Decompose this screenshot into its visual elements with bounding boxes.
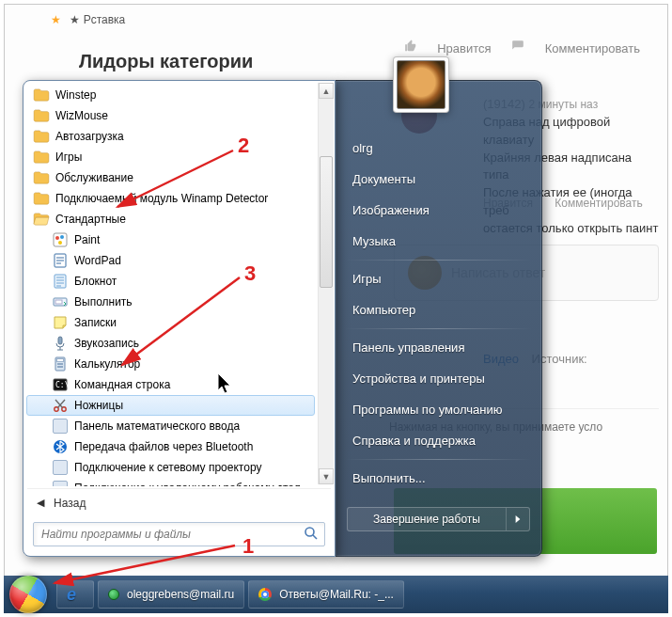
program-folder-label: Игры xyxy=(55,150,82,164)
taskbar-app-label: Ответы@Mail.Ru: -_... xyxy=(279,588,394,601)
sr-control-panel[interactable]: Панель управления xyxy=(336,332,541,363)
program-folder[interactable]: Игры xyxy=(23,147,318,167)
shutdown-label[interactable]: Завершение работы xyxy=(348,508,507,530)
sr-default-programs[interactable]: Программы по умолчанию xyxy=(336,394,541,425)
folder-icon xyxy=(33,128,50,145)
program-item-snipping-tool[interactable]: Ножницы xyxy=(26,395,315,416)
shutdown-menu-arrow[interactable] xyxy=(507,508,529,530)
program-item-label: Передача файлов через Bluetooth xyxy=(74,440,253,453)
program-item-wordpad[interactable]: WordPad xyxy=(23,250,318,271)
svg-rect-7 xyxy=(55,300,62,304)
program-folder[interactable]: Обслуживание xyxy=(23,167,318,188)
program-item-calculator[interactable]: Калькулятор xyxy=(23,354,318,374)
program-item-bluetooth[interactable]: Передача файлов через Bluetooth xyxy=(23,436,318,457)
folder-open-icon xyxy=(33,211,50,228)
program-item-remote-desktop[interactable]: Подключение к удаленному рабочему стол xyxy=(23,478,318,486)
taskbar: e oleggrebens@mail.ru Ответы@Mail.Ru: -_… xyxy=(4,576,668,613)
program-item-label: Звукозапись xyxy=(74,337,139,350)
svg-rect-8 xyxy=(58,337,62,344)
program-item-label: Paint xyxy=(74,233,100,246)
star-icon: ★ xyxy=(51,13,61,26)
sr-devices-printers[interactable]: Устройства и принтеры xyxy=(336,363,541,394)
program-folder[interactable]: Подключаемый модуль Winamp Detector xyxy=(23,188,318,209)
bg-category-heading: Лидоры категории xyxy=(79,51,253,72)
annotation-number-3: 3 xyxy=(244,261,256,286)
program-item-sound-recorder[interactable]: Звукозапись xyxy=(23,333,318,354)
folder-icon xyxy=(33,87,50,103)
ie-icon: e xyxy=(67,585,76,605)
program-folder-standard[interactable]: Стандартные xyxy=(23,209,318,229)
search-icon xyxy=(304,526,319,544)
svg-point-2 xyxy=(60,235,64,239)
sr-documents[interactable]: Документы xyxy=(336,164,541,195)
svg-rect-10 xyxy=(57,359,64,362)
program-item-network-projector[interactable]: Подключение к сетевому проектору xyxy=(23,457,318,478)
post-comment-action[interactable]: Комментировать xyxy=(555,197,642,210)
all-programs-list[interactable]: Winstep WizMouse Автозагрузка Игры Обслу… xyxy=(23,81,335,486)
scroll-thumb[interactable] xyxy=(320,156,333,288)
program-item-label: Выполнить xyxy=(74,295,133,308)
search-input[interactable] xyxy=(41,528,304,541)
program-item-label: Блокнот xyxy=(74,275,117,288)
sr-pictures[interactable]: Изображения xyxy=(336,195,541,226)
tiger-avatar-icon xyxy=(397,60,445,109)
program-item-math-input[interactable]: Панель математического ввода xyxy=(23,416,318,436)
svg-point-11 xyxy=(57,363,59,365)
folder-icon xyxy=(33,169,50,186)
program-item-sticky-notes[interactable]: Записки xyxy=(23,312,318,333)
back-button[interactable]: ◀ Назад xyxy=(27,488,331,516)
user-avatar-popup[interactable] xyxy=(393,56,449,113)
notepad-icon xyxy=(52,273,69,290)
program-folder[interactable]: Winstep xyxy=(23,85,318,105)
terminal-icon: C:\ xyxy=(52,376,69,393)
sr-music[interactable]: Музыка xyxy=(336,226,541,257)
taskbar-app-chrome[interactable]: Ответы@Mail.Ru: -_... xyxy=(248,580,404,609)
start-button[interactable] xyxy=(9,576,47,613)
program-item-label: WordPad xyxy=(74,254,121,267)
paint-icon xyxy=(52,231,69,248)
program-folder-label: Winstep xyxy=(55,88,96,102)
projector-network-icon xyxy=(52,459,69,476)
mailru-agent-icon xyxy=(108,589,119,600)
program-folder[interactable]: Автозагрузка xyxy=(23,126,318,147)
sr-computer[interactable]: Компьютер xyxy=(336,294,541,325)
svg-point-14 xyxy=(57,366,59,368)
program-folder[interactable]: WizMouse xyxy=(23,105,318,126)
run-icon xyxy=(52,293,69,310)
annotation-number-1: 1 xyxy=(242,534,254,559)
wordpad-icon xyxy=(52,252,69,269)
program-item-notepad[interactable]: Блокнот xyxy=(23,271,318,292)
scroll-down-button[interactable]: ▼ xyxy=(319,468,334,484)
scroll-up-button[interactable]: ▲ xyxy=(319,83,334,99)
thumb-up-icon xyxy=(404,40,417,53)
taskbar-app-label: oleggrebens@mail.ru xyxy=(127,588,234,601)
program-folder-label: Автозагрузка xyxy=(55,130,124,143)
program-item-label: Панель математического ввода xyxy=(74,419,240,433)
program-item-label: Калькулятор xyxy=(74,357,140,371)
program-item-run[interactable]: Выполнить xyxy=(23,292,318,312)
scroll-track[interactable] xyxy=(319,100,334,467)
like-action[interactable]: Нравится xyxy=(404,41,495,55)
sr-run[interactable]: Выполнить... xyxy=(336,463,541,494)
program-list-scrollbar[interactable]: ▲ ▼ xyxy=(318,83,334,484)
calculator-icon xyxy=(52,356,69,372)
taskbar-ie[interactable]: e xyxy=(56,580,94,609)
annotation-number-2: 2 xyxy=(238,134,249,158)
bluetooth-icon xyxy=(52,438,69,455)
sticky-notes-icon xyxy=(52,314,69,331)
shutdown-button[interactable]: Завершение работы xyxy=(347,507,530,531)
sr-help-support[interactable]: Справка и поддержка xyxy=(336,425,541,456)
folder-icon xyxy=(33,107,50,124)
program-item-label: Подключение к удаленному рабочему стол xyxy=(74,482,301,486)
svg-point-1 xyxy=(55,236,59,240)
program-item-paint[interactable]: Paint xyxy=(23,229,318,250)
start-search-box[interactable] xyxy=(33,522,325,546)
svg-point-22 xyxy=(305,528,314,536)
sr-games[interactable]: Игры xyxy=(336,263,541,294)
program-item-label: Подключение к сетевому проектору xyxy=(74,461,261,474)
comment-action[interactable]: Комментировать xyxy=(511,41,640,55)
sr-user[interactable]: olrg xyxy=(336,133,541,164)
program-item-cmd[interactable]: C:\ Командная строка xyxy=(23,374,318,395)
microphone-icon xyxy=(52,335,69,352)
taskbar-app-mailru[interactable]: oleggrebens@mail.ru xyxy=(98,580,244,609)
